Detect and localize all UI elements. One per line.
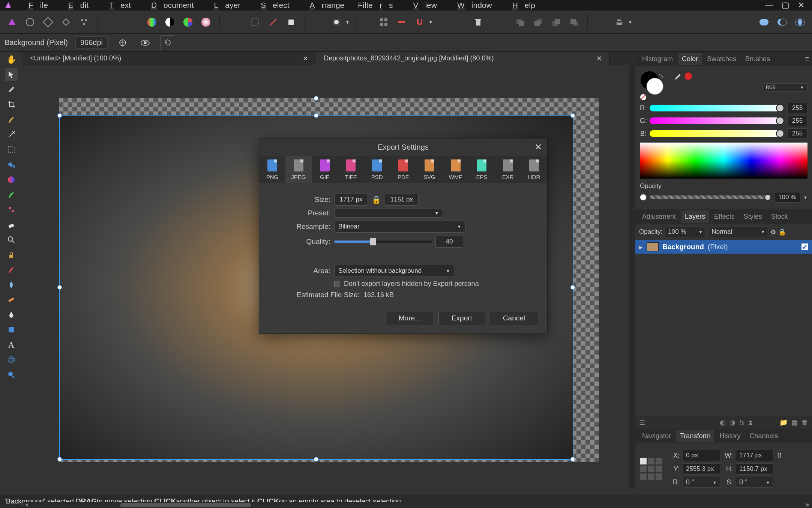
tab-transform[interactable]: Transform (676, 430, 714, 442)
menu-arrange[interactable]: Arrange (296, 0, 351, 11)
document-tab-2[interactable]: Depositphotos_80293442_original.jpg [Mod… (316, 52, 610, 65)
layer-adjust-icon[interactable]: ◑ (729, 418, 735, 427)
mesh-tool-icon[interactable] (5, 353, 18, 366)
layer-blend-icon[interactable]: ⧗ (748, 419, 753, 427)
tab-adjustment[interactable]: Adjustment (638, 210, 680, 223)
format-png[interactable]: PNG (259, 156, 285, 183)
minimize-button[interactable]: — (765, 0, 773, 10)
format-psd[interactable]: PSD (364, 156, 390, 183)
layer-stack-icon[interactable]: ☰ (639, 418, 645, 427)
magnet-icon[interactable] (412, 15, 427, 30)
resample-select[interactable]: Bilinear▼ (334, 221, 465, 233)
format-eps[interactable]: EPS (469, 156, 495, 183)
opacity-dropdown[interactable]: ▼ (803, 195, 807, 200)
pixel-tool-icon[interactable] (5, 203, 18, 216)
eyedropper-icon[interactable] (674, 73, 682, 81)
persona-tone-icon[interactable] (59, 15, 74, 30)
format-wmf[interactable]: WMF (443, 156, 469, 183)
layer-delete-icon[interactable]: 🗑 (801, 419, 808, 427)
tab-brushes[interactable]: Brushes (741, 53, 774, 65)
menu-help[interactable]: Help (499, 0, 542, 11)
marquee-tool-icon[interactable] (5, 143, 18, 156)
tab-histogram[interactable]: Histogram (638, 53, 677, 65)
rectangle-tool-icon[interactable] (5, 323, 18, 336)
snap-toggle-icon[interactable] (394, 15, 409, 30)
format-jpeg[interactable]: JPEG (285, 156, 312, 183)
blend-mode-select[interactable]: Normal▼ (708, 227, 768, 237)
rotation-handle[interactable] (314, 96, 318, 101)
quick-mask-dropdown[interactable]: ▼ (345, 20, 350, 24)
magic-wand-tool-icon[interactable] (5, 128, 18, 141)
selection-add-icon[interactable] (266, 15, 281, 30)
layer-add-icon[interactable]: ▦ (791, 418, 798, 427)
selection-new-icon[interactable] (248, 15, 263, 30)
transform-y-input[interactable] (683, 463, 720, 475)
menu-filters[interactable]: Filters (351, 0, 399, 11)
format-gif[interactable]: GIF (312, 156, 338, 183)
persona-develop-icon[interactable] (41, 15, 56, 30)
layer-lock-icon[interactable]: 🔒 (778, 228, 786, 236)
document-tab-2-close-icon[interactable]: ✕ (596, 54, 602, 63)
canvas-scrollbar-h[interactable]: ◀ ▶ (23, 502, 812, 508)
hidden-layers-checkbox[interactable] (334, 281, 340, 287)
blur-tool-icon[interactable] (5, 278, 18, 291)
document-tab-1-close-icon[interactable]: ✕ (303, 54, 308, 63)
menu-document[interactable]: Document (138, 0, 201, 11)
selection-brush-tool-icon[interactable] (5, 113, 18, 126)
transform-r-input[interactable]: 0 °▼ (683, 477, 720, 488)
layer-folder-icon[interactable]: 📁 (779, 418, 788, 427)
tab-color[interactable]: Color (678, 53, 702, 65)
format-tiff[interactable]: TIFF (338, 156, 364, 183)
magnet-dropdown[interactable]: ▼ (429, 20, 433, 24)
layer-mask-icon[interactable]: ◐ (720, 418, 726, 427)
align-dropdown[interactable]: ▼ (628, 20, 632, 24)
ctx-refresh-icon[interactable] (160, 35, 175, 50)
opacity-value[interactable]: 100 % (774, 192, 800, 203)
layer-expand-icon[interactable]: ▸ (639, 243, 643, 251)
paint-brush-tool-icon[interactable] (5, 188, 18, 201)
quick-mask-icon[interactable] (329, 15, 344, 30)
area-select[interactable]: Selection without background▼ (334, 265, 454, 277)
document-tab-1[interactable]: <Untitled> [Modified] (100.0%) ✕ (23, 52, 316, 65)
color-wheel-2-icon[interactable] (162, 15, 177, 30)
maximize-button[interactable]: ▢ (782, 0, 789, 10)
dialog-titlebar[interactable]: Export Settings ✕ (259, 138, 547, 156)
layer-fx-icon[interactable]: fx (739, 419, 744, 427)
no-color-icon[interactable] (640, 94, 647, 101)
anchor-grid[interactable] (640, 458, 662, 480)
hand-tool-icon[interactable]: ✋ (5, 53, 18, 66)
opacity-slider[interactable] (650, 195, 771, 199)
close-button[interactable]: ✕ (798, 0, 804, 10)
inpaint-tool-icon[interactable] (5, 263, 18, 276)
tab-history[interactable]: History (716, 430, 744, 442)
r-slider[interactable] (650, 105, 784, 111)
preset-select[interactable]: ▼ (334, 209, 443, 218)
layer-opacity-select[interactable]: 100 %▼ (665, 227, 706, 237)
move-tool-icon[interactable] (5, 68, 18, 81)
transform-h-input[interactable] (736, 463, 773, 475)
boolean-add-icon[interactable] (756, 15, 771, 30)
color-wheel-4-icon[interactable] (198, 15, 213, 30)
transform-s-input[interactable]: 0 °▼ (736, 477, 773, 488)
selection-handle-se[interactable] (570, 457, 575, 461)
flood-fill-tool-icon[interactable] (5, 158, 18, 171)
color-well[interactable]: RGB▼ (640, 71, 807, 101)
g-slider[interactable] (650, 117, 784, 124)
size-lock-icon[interactable]: 🔒 (372, 195, 381, 204)
arrange-3-icon[interactable] (548, 15, 563, 30)
zoom-tool-icon[interactable] (5, 233, 18, 246)
menu-text[interactable]: Text (95, 0, 138, 11)
b-slider[interactable] (650, 130, 784, 137)
tab-layers[interactable]: Layers (681, 210, 709, 223)
persona-liquify-icon[interactable] (23, 15, 38, 30)
selection-handle-sw[interactable] (57, 457, 62, 461)
grid-icon[interactable] (376, 15, 391, 30)
size-width-input[interactable] (334, 194, 368, 206)
tab-stock[interactable]: Stock (767, 210, 792, 223)
selection-handle-s[interactable] (314, 457, 318, 461)
color-wheel-3-icon[interactable] (180, 15, 195, 30)
healing-tool-icon[interactable] (5, 293, 18, 306)
tab-styles[interactable]: Styles (740, 210, 766, 223)
selection-subtract-icon[interactable] (284, 15, 299, 30)
b-value[interactable]: 255 (787, 128, 807, 139)
